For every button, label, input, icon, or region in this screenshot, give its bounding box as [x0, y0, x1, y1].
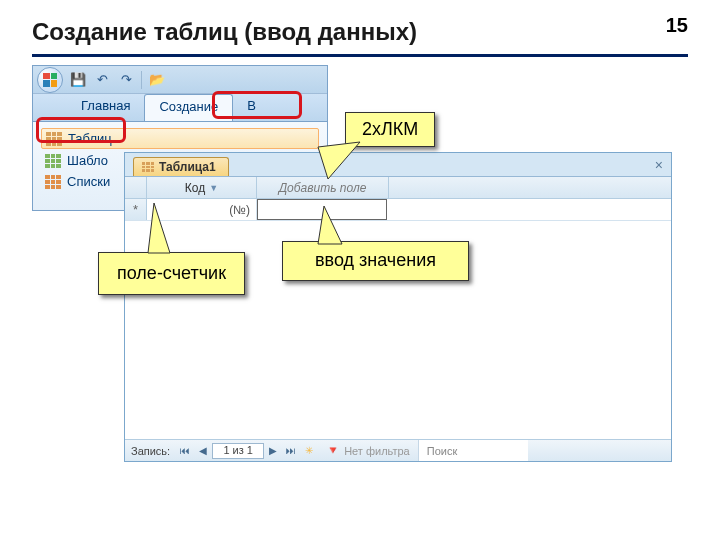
row-header-corner: [125, 177, 147, 198]
cell-input[interactable]: [257, 199, 387, 220]
redo-icon[interactable]: ↷: [117, 71, 135, 89]
ribbon-item-label: Таблиц: [68, 131, 112, 146]
close-icon[interactable]: ×: [655, 157, 663, 173]
callout-double-click: 2хЛКМ: [345, 112, 435, 147]
separator: [141, 71, 142, 89]
quick-access-toolbar: 💾 ↶ ↷ 📂: [33, 66, 327, 94]
open-folder-icon[interactable]: 📂: [148, 71, 166, 89]
filter-icon: 🔻: [326, 444, 340, 457]
ribbon-tabs: Главная Создание В: [33, 94, 327, 122]
callout-enter-value: ввод значения: [282, 241, 469, 281]
column-header-id[interactable]: Код ▼: [147, 177, 257, 198]
table-icon: [142, 162, 154, 172]
ribbon-item-label: Списки: [67, 174, 110, 189]
templates-icon: [45, 154, 61, 168]
nav-last-icon[interactable]: ⏭: [282, 442, 300, 460]
datasheet-tabbar: Таблица1 ×: [125, 153, 671, 177]
table-row: * (№): [125, 199, 671, 221]
nav-next-icon[interactable]: ▶: [264, 442, 282, 460]
slide-title: Создание таблиц (ввод данных): [0, 0, 720, 54]
tab-create[interactable]: Создание: [144, 94, 233, 121]
ribbon-item-table[interactable]: Таблиц: [41, 128, 319, 149]
office-button[interactable]: [37, 67, 63, 93]
record-navigator: Запись: ⏮ ◀ 1 из 1 ▶ ⏭ ✳ 🔻 Нет фильтра П…: [125, 439, 671, 461]
datasheet-header-row: Код ▼ Добавить поле: [125, 177, 671, 199]
page-number: 15: [666, 14, 688, 37]
datasheet-tab-label: Таблица1: [159, 160, 216, 174]
column-label: Код: [185, 181, 205, 195]
nav-first-icon[interactable]: ⏮: [176, 442, 194, 460]
title-underline: [32, 54, 688, 57]
record-label: Запись:: [125, 445, 176, 457]
filter-status: 🔻 Нет фильтра: [318, 444, 418, 457]
cell-id[interactable]: (№): [147, 199, 257, 220]
dropdown-icon[interactable]: ▼: [209, 183, 218, 193]
tab-home[interactable]: Главная: [67, 94, 144, 121]
new-row-indicator: *: [125, 199, 147, 220]
lists-icon: [45, 175, 61, 189]
ribbon-item-label: Шабло: [67, 153, 108, 168]
tab-cutoff[interactable]: В: [233, 94, 270, 121]
datasheet-body: * (№): [125, 199, 671, 439]
undo-icon[interactable]: ↶: [93, 71, 111, 89]
table-icon: [46, 132, 62, 146]
column-header-add-field[interactable]: Добавить поле: [257, 177, 389, 198]
search-box[interactable]: Поиск: [418, 440, 528, 461]
save-icon[interactable]: 💾: [69, 71, 87, 89]
record-position[interactable]: 1 из 1: [212, 443, 264, 459]
datasheet-window: Таблица1 × Код ▼ Добавить поле * (№) Зап…: [124, 152, 672, 462]
nav-prev-icon[interactable]: ◀: [194, 442, 212, 460]
column-label: Добавить поле: [279, 181, 367, 195]
datasheet-tab[interactable]: Таблица1: [133, 157, 229, 176]
nav-new-icon[interactable]: ✳: [300, 442, 318, 460]
callout-counter-field: поле-счетчик: [98, 252, 245, 295]
